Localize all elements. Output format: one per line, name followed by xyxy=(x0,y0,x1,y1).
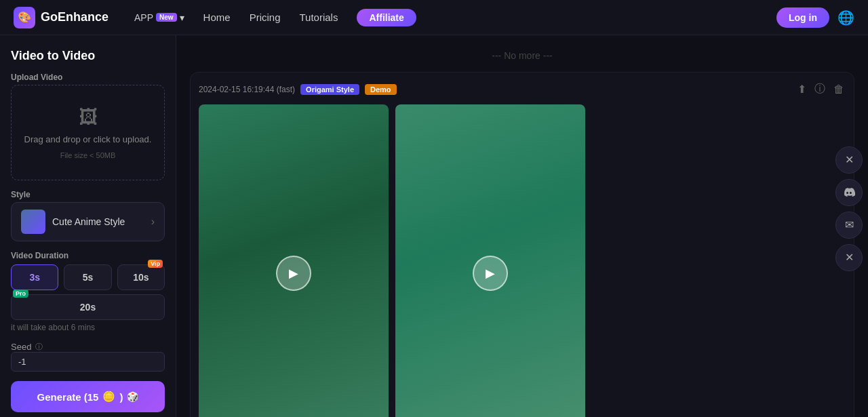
upload-area[interactable]: 🖼 Drag and drop or click to upload. File… xyxy=(11,85,165,180)
generate-button[interactable]: Generate (15 🪙 ) 🎲 xyxy=(11,381,165,412)
language-icon[interactable]: 🌐 xyxy=(837,9,854,26)
duration-row-2: Pro 20s xyxy=(11,294,165,320)
card-1-info-button[interactable]: ⓘ xyxy=(813,81,827,98)
app-menu[interactable]: APP New ▾ xyxy=(134,12,184,23)
card-1-timestamp: 2024-02-15 16:19:44 (fast) xyxy=(199,85,295,94)
upload-section: Upload Video 🖼 Drag and drop or click to… xyxy=(11,73,165,180)
duration-10s[interactable]: Vip 10s xyxy=(117,264,165,290)
content-area: --- No more --- 2024-02-15 16:19:44 (fas… xyxy=(176,35,868,417)
style-name: Cute Anime Style xyxy=(52,216,144,227)
seed-label: Seed xyxy=(11,342,31,352)
card-1-share-button[interactable]: ⬆ xyxy=(796,81,808,98)
duration-20s[interactable]: Pro 20s xyxy=(11,294,165,320)
card-1-demo-tag: Demo xyxy=(365,84,397,95)
card-1-video-left: ▶ xyxy=(199,104,389,417)
no-more-text: --- No more --- xyxy=(190,45,854,72)
sidebar: Video to Video Upload Video 🖼 Drag and d… xyxy=(0,35,176,417)
card-1-play-right[interactable]: ▶ xyxy=(473,256,508,291)
vip-badge: Vip xyxy=(148,260,163,268)
style-section: Style Cute Anime Style › xyxy=(11,190,165,241)
app-chevron-icon: ▾ xyxy=(180,12,184,23)
float-close-button[interactable]: ✕ xyxy=(835,146,863,174)
pricing-link[interactable]: Pricing xyxy=(250,12,281,23)
seed-input[interactable] xyxy=(11,352,165,372)
logo-icon: 🎨 xyxy=(14,7,35,28)
card-1-delete-button[interactable]: 🗑 xyxy=(832,81,846,98)
card-1-videos: ▶ ▶ xyxy=(199,104,846,417)
logo-text: GoEnhance xyxy=(41,10,108,24)
upload-hint: Drag and drop or click to upload. xyxy=(24,134,152,146)
card-1-header: 2024-02-15 16:19:44 (fast) Origami Style… xyxy=(199,81,846,98)
float-discord-button[interactable] xyxy=(835,179,863,206)
generate-coin-icon: 🪙 xyxy=(102,391,115,403)
float-dismiss-button[interactable]: ✕ xyxy=(835,244,863,271)
duration-section: Video Duration 3s 5s Vip 10s Pro 20s it … xyxy=(11,251,165,332)
side-float-panel: ✕ ✉ ✕ xyxy=(830,140,868,278)
navigation: 🎨 GoEnhance APP New ▾ Home Pricing Tutor… xyxy=(0,0,868,35)
nav-right: Log in 🌐 xyxy=(776,7,854,28)
generate-paren-close: ) xyxy=(119,391,123,403)
logo[interactable]: 🎨 GoEnhance xyxy=(14,7,108,28)
style-thumbnail xyxy=(21,210,45,234)
duration-5s[interactable]: 5s xyxy=(64,264,111,290)
home-link[interactable]: Home xyxy=(203,12,231,23)
style-label: Style xyxy=(11,190,165,199)
duration-row-1: 3s 5s Vip 10s xyxy=(11,264,165,290)
dice-icon[interactable]: 🎲 xyxy=(127,391,138,402)
upload-size: File size < 50MB xyxy=(60,151,116,159)
pro-badge: Pro xyxy=(13,290,28,298)
affiliate-button[interactable]: Affiliate xyxy=(357,9,416,26)
card-1-video-right: ▶ xyxy=(395,104,585,417)
seed-row: Seed ⓘ xyxy=(11,342,165,352)
card-1-play-left[interactable]: ▶ xyxy=(276,256,311,291)
style-chevron-icon: › xyxy=(151,216,155,228)
seed-info-icon[interactable]: ⓘ xyxy=(35,342,43,352)
login-button[interactable]: Log in xyxy=(776,7,829,28)
upload-icon: 🖼 xyxy=(79,106,98,128)
video-card-1: 2024-02-15 16:19:44 (fast) Origami Style… xyxy=(190,72,854,417)
float-email-button[interactable]: ✉ xyxy=(835,212,863,239)
app-label: APP xyxy=(134,12,153,23)
generate-label: Generate (15 xyxy=(37,391,99,403)
duration-3s[interactable]: 3s xyxy=(11,264,58,290)
tutorials-link[interactable]: Tutorials xyxy=(299,12,338,23)
app-new-badge: New xyxy=(156,13,177,22)
card-1-left-inner: ▶ xyxy=(199,104,389,417)
card-1-right-inner: ▶ xyxy=(395,104,585,417)
style-selector[interactable]: Cute Anime Style › xyxy=(11,202,165,241)
upload-label: Upload Video xyxy=(11,73,165,82)
duration-label: Video Duration xyxy=(11,251,165,260)
sidebar-title: Video to Video xyxy=(11,49,165,63)
estimate-text: it will take about 6 mins xyxy=(11,323,165,332)
seed-section: Seed ⓘ xyxy=(11,342,165,372)
card-1-style-tag: Origami Style xyxy=(300,84,359,95)
main-layout: Video to Video Upload Video 🖼 Drag and d… xyxy=(0,35,868,417)
card-1-top-actions: ⬆ ⓘ 🗑 xyxy=(796,81,846,98)
